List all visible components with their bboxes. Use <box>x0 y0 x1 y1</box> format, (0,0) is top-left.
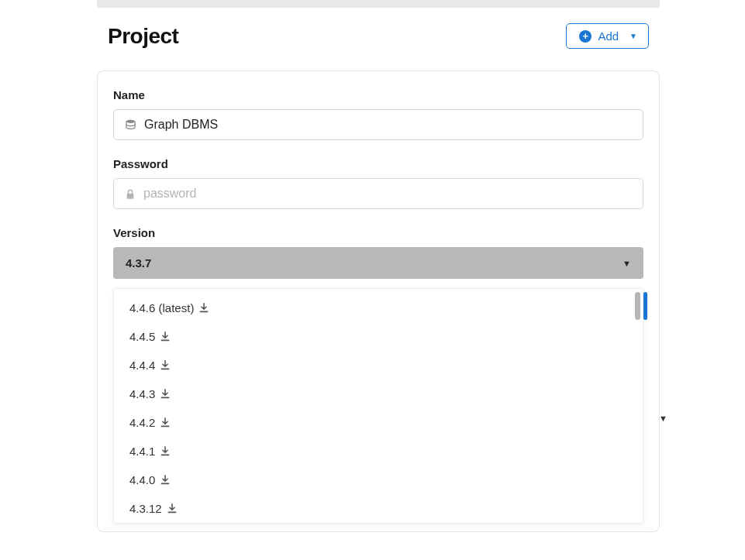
version-label: Version <box>113 226 643 239</box>
version-option-label: 4.4.0 <box>129 473 155 486</box>
download-icon <box>198 303 209 314</box>
download-icon <box>160 417 171 428</box>
caret-down-icon: ▼ <box>623 259 631 268</box>
version-option[interactable]: 4.4.2 <box>114 408 635 437</box>
version-option[interactable]: 4.4.1 <box>114 437 635 466</box>
password-label: Password <box>113 157 643 170</box>
header-row: Project + Add ▼ <box>97 23 660 49</box>
main-container: Project + Add ▼ Name Password <box>0 8 745 532</box>
scrollbar-thumb[interactable] <box>635 292 640 320</box>
version-dropdown: 4.4.6 (latest) 4.4.5 4.4.4 4.4.3 4.4.2 4… <box>113 288 643 524</box>
download-icon <box>160 475 171 486</box>
version-selected-value: 4.3.7 <box>126 256 151 270</box>
version-option-label: 4.4.1 <box>129 445 155 458</box>
top-bar <box>97 0 660 8</box>
caret-down-icon: ▼ <box>629 32 637 40</box>
version-option[interactable]: 4.4.5 <box>114 322 635 351</box>
name-label: Name <box>113 88 643 101</box>
download-icon <box>160 446 171 457</box>
download-icon <box>160 389 171 400</box>
add-button[interactable]: + Add ▼ <box>566 23 649 49</box>
svg-point-0 <box>126 119 135 122</box>
form-card: Name Password Version 4.3. <box>97 70 660 532</box>
version-option-label: 4.4.5 <box>129 330 155 343</box>
version-option[interactable]: 4.4.4 <box>114 351 635 380</box>
version-option[interactable]: 4.4.3 <box>114 380 635 408</box>
version-option[interactable]: 4.4.6 (latest) <box>114 289 635 322</box>
page-title: Project <box>108 24 178 49</box>
plus-circle-icon: + <box>579 30 592 43</box>
version-select[interactable]: 4.3.7 ▼ <box>113 247 643 279</box>
database-icon <box>125 119 136 131</box>
chevron-down-icon: ▼ <box>659 414 667 423</box>
download-icon <box>167 503 178 514</box>
name-input-wrap[interactable] <box>113 109 643 140</box>
lock-icon <box>125 188 136 200</box>
version-option[interactable]: 4.4.0 <box>114 466 635 494</box>
password-input[interactable] <box>143 187 632 201</box>
download-icon <box>160 332 171 342</box>
version-option-label: 4.4.2 <box>129 416 155 429</box>
download-icon <box>160 360 171 371</box>
svg-rect-1 <box>127 193 134 198</box>
version-option-label: 4.4.4 <box>129 359 155 372</box>
version-option-label: 4.3.12 <box>129 502 162 515</box>
version-option[interactable]: 4.3.12 <box>114 494 635 523</box>
add-button-label: Add <box>598 29 619 43</box>
version-option-label: 4.4.6 (latest) <box>129 301 194 314</box>
version-option-label: 4.4.3 <box>129 387 155 400</box>
password-input-wrap[interactable] <box>113 178 643 209</box>
blue-sliver <box>643 292 647 320</box>
name-input[interactable] <box>144 118 632 132</box>
